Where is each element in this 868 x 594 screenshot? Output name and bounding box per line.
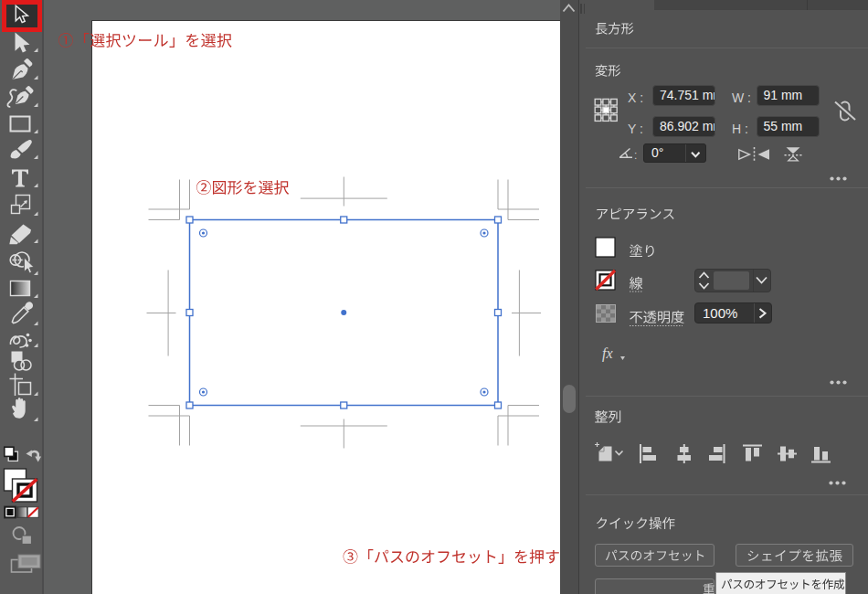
svg-text::: : — [634, 149, 637, 162]
